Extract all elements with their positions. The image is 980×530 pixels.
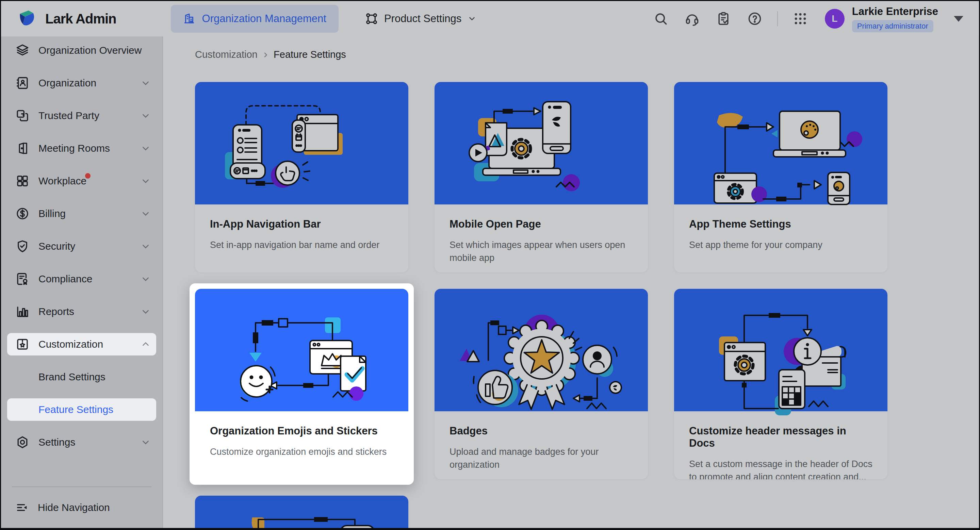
content-area: Customization › Feature Settings <box>163 36 979 528</box>
card-illustration-navigation <box>195 82 408 205</box>
card-illustration-partial <box>195 496 408 528</box>
chevron-down-icon <box>140 437 151 447</box>
sidebar-item-organization-overview[interactable]: Organization Overview <box>7 39 156 62</box>
card-title: App Theme Settings <box>689 218 872 230</box>
feature-cards-grid: In-App Navigation Bar Set in-app navigat… <box>195 82 979 528</box>
collapse-nav-icon <box>15 501 29 514</box>
chevron-down-icon <box>468 14 476 23</box>
chevron-down-icon <box>140 111 151 121</box>
top-header: Lark Admin Organization Management Produ… <box>1 1 979 36</box>
card-title: Organization Emojis and Stickers <box>210 425 393 437</box>
sidebar-item-settings[interactable]: Settings <box>7 431 156 454</box>
avatar[interactable]: L <box>825 9 845 29</box>
help-icon[interactable] <box>747 11 762 26</box>
breadcrumb: Customization › Feature Settings <box>195 47 979 62</box>
card-description: Set app theme for your company <box>689 238 872 251</box>
workplace-grid-icon <box>15 174 30 188</box>
card-illustration-mobile-open <box>434 82 648 205</box>
feature-card-app-theme-settings[interactable]: App Theme Settings Set app theme for you… <box>674 82 888 273</box>
sidebar-divider <box>12 486 151 487</box>
card-illustration-app-theme <box>674 82 888 205</box>
product-grid-icon <box>365 12 378 25</box>
card-description: Upload and manage badges for your organi… <box>450 445 633 471</box>
sidebar-item-customization[interactable]: Customization <box>7 333 156 355</box>
chevron-down-icon <box>140 176 151 186</box>
lark-logo: Lark Admin <box>17 8 116 29</box>
feature-card-in-app-navigation-bar[interactable]: In-App Navigation Bar Set in-app navigat… <box>195 82 408 273</box>
chevron-up-icon <box>140 339 151 349</box>
survey-clipboard-icon[interactable] <box>716 11 731 26</box>
sidebar-item-trusted-party[interactable]: Trusted Party <box>7 105 156 127</box>
sidebar-item-brand-settings[interactable]: Brand Settings <box>7 366 156 388</box>
sidebar-item-security[interactable]: Security <box>7 235 156 257</box>
card-title: Badges <box>450 425 633 437</box>
feature-card-mobile-open-page[interactable]: Mobile Open Page Set which images appear… <box>434 82 648 273</box>
contact-book-icon <box>15 76 30 90</box>
card-illustration-emojis <box>195 289 408 411</box>
trusted-party-icon <box>15 108 30 123</box>
sidebar-item-reports[interactable]: Reports <box>7 300 156 323</box>
feature-card-partial[interactable] <box>195 496 408 528</box>
card-description: Customize organization emojis and sticke… <box>210 445 393 458</box>
chevron-down-icon <box>140 78 151 88</box>
chevron-down-icon <box>140 208 151 219</box>
breadcrumb-separator-icon: › <box>264 48 267 60</box>
apps-grid-icon[interactable] <box>793 11 808 26</box>
card-description: Set in-app navigation bar name and order <box>210 238 393 251</box>
feature-card-organization-emojis-and-stickers[interactable]: Organization Emojis and Stickers Customi… <box>195 289 408 479</box>
chevron-down-icon <box>140 241 151 251</box>
sidebar-item-meeting-rooms[interactable]: Meeting Rooms <box>7 137 156 160</box>
user-block: Larkie Enterprise Primary administrator <box>852 5 938 32</box>
card-title: Customize header messages in Docs <box>689 425 872 449</box>
doc-seal-icon <box>15 272 30 286</box>
chevron-down-icon <box>140 143 151 154</box>
app-title: Lark Admin <box>45 11 116 27</box>
building-icon <box>183 13 195 25</box>
meeting-room-door-icon <box>15 141 30 156</box>
dollar-circle-icon <box>15 206 30 221</box>
chevron-down-icon <box>140 274 151 284</box>
chevron-down-icon <box>140 306 151 317</box>
product-menu-label: Product Settings <box>384 13 461 25</box>
sidebar-item-workplace[interactable]: Workplace <box>7 170 156 192</box>
spotlight-highlight: Organization Emojis and Stickers Customi… <box>195 289 408 479</box>
gear-hexagon-icon <box>15 435 30 449</box>
breadcrumb-parent[interactable]: Customization <box>195 49 258 60</box>
card-title: In-App Navigation Bar <box>210 218 393 230</box>
card-description: Set which images appear when users open … <box>450 238 633 265</box>
lark-admin-window: Lark Admin Organization Management Produ… <box>0 0 980 530</box>
sidebar-item-organization[interactable]: Organization <box>7 72 156 94</box>
sidebar: Organization Overview Organization Trust… <box>1 36 163 528</box>
role-badge: Primary administrator <box>852 20 933 32</box>
breadcrumb-current: Feature Settings <box>274 49 346 60</box>
user-menu-caret-icon[interactable] <box>954 16 963 22</box>
search-icon[interactable] <box>653 11 668 26</box>
sidebar-item-compliance[interactable]: Compliance <box>7 268 156 290</box>
card-illustration-badges <box>434 289 648 411</box>
sidebar-item-feature-settings[interactable]: Feature Settings <box>7 398 156 421</box>
notification-dot <box>85 173 91 179</box>
card-description: Set a custom message in the header of Do… <box>689 457 872 479</box>
lark-logo-icon <box>17 8 38 29</box>
header-divider <box>777 11 778 26</box>
shield-icon <box>15 239 30 254</box>
tab-organization-management[interactable]: Organization Management <box>171 5 339 33</box>
feature-card-docs-header-messages[interactable]: Customize header messages in Docs Set a … <box>674 289 888 479</box>
support-headset-icon[interactable] <box>685 11 700 26</box>
sidebar-footer: Hide Navigation <box>1 486 162 528</box>
bar-chart-icon <box>15 305 30 319</box>
layers-icon <box>15 43 30 57</box>
user-name: Larkie Enterprise <box>852 5 938 18</box>
feature-card-badges[interactable]: Badges Upload and manage badges for your… <box>434 289 648 479</box>
tab-label: Organization Management <box>202 13 326 25</box>
sidebar-item-billing[interactable]: Billing <box>7 202 156 225</box>
product-settings-menu[interactable]: Product Settings <box>365 12 476 25</box>
card-illustration-docs-header <box>674 289 888 411</box>
card-title: Mobile Open Page <box>450 218 633 230</box>
header-actions: L Larkie Enterprise Primary administrato… <box>653 5 963 32</box>
frame-star-icon <box>15 337 30 351</box>
hide-navigation-button[interactable]: Hide Navigation <box>7 497 156 519</box>
